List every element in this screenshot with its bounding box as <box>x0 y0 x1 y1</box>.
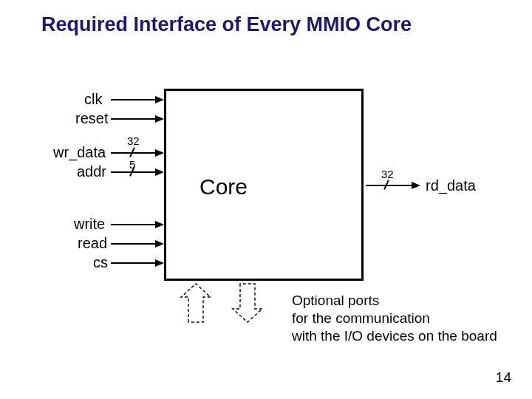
port-label-clk: clk <box>84 91 102 108</box>
optional-ports-arrows <box>166 281 284 332</box>
svg-marker-0 <box>181 284 211 322</box>
arrow-tip-read <box>155 240 164 248</box>
mmio-core-diagram: Core clk reset wr_data addr write read c… <box>0 89 532 325</box>
port-label-write: write <box>74 216 105 233</box>
arrow-tip-cs <box>155 259 164 267</box>
arrow-tip-clk <box>155 96 164 103</box>
caption-line-3: with the I/O devices on the board <box>292 327 497 345</box>
arrow-tip-rddata <box>412 182 420 189</box>
port-label-cs: cs <box>93 254 108 271</box>
slide-title: Required Interface of Every MMIO Core <box>41 13 412 36</box>
arrow-reset <box>111 118 157 120</box>
arrow-read <box>111 243 157 245</box>
caption-line-1: Optional ports <box>292 292 497 310</box>
port-label-rddata: rd_data <box>426 177 476 194</box>
port-label-read: read <box>78 235 107 252</box>
arrow-tip-write <box>155 221 164 228</box>
arrow-rddata <box>366 185 413 186</box>
optional-ports-caption: Optional ports for the communication wit… <box>292 292 497 344</box>
arrow-tip-reset <box>155 115 164 123</box>
arrow-tip-wrdata <box>155 149 164 157</box>
core-label: Core <box>200 174 248 200</box>
page-number: 14 <box>496 369 511 386</box>
caption-line-2: for the communication <box>292 310 497 327</box>
bus-width-addr: 5 <box>129 158 135 171</box>
arrow-clk <box>111 99 157 100</box>
bus-width-rddata: 32 <box>381 168 394 180</box>
arrow-wrdata <box>111 152 157 154</box>
arrow-write <box>111 224 157 225</box>
arrow-cs <box>111 262 157 264</box>
svg-marker-1 <box>233 284 262 322</box>
port-label-addr: addr <box>77 163 106 180</box>
arrow-tip-addr <box>155 168 164 176</box>
port-label-wrdata: wr_data <box>53 144 106 161</box>
arrow-addr <box>111 171 157 173</box>
bus-width-wrdata: 32 <box>127 134 140 147</box>
port-label-reset: reset <box>75 110 108 127</box>
core-box <box>164 89 364 281</box>
